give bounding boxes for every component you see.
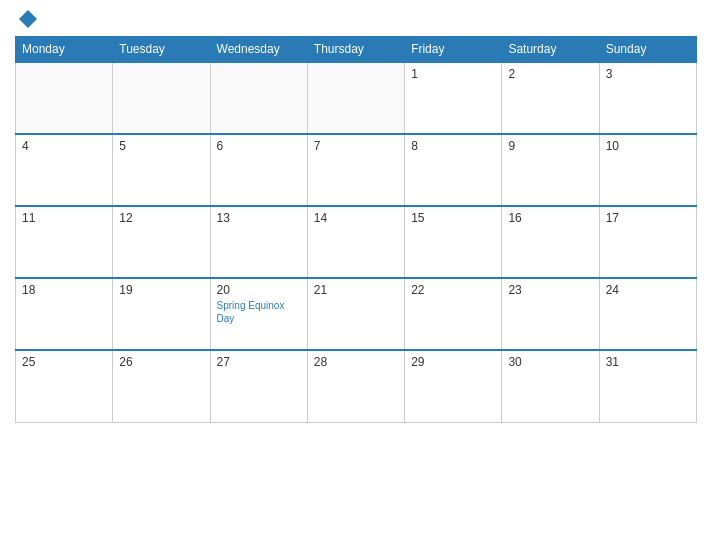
calendar-cell: 21 xyxy=(307,278,404,350)
calendar-week-row: 123 xyxy=(16,62,697,134)
calendar-week-row: 181920Spring Equinox Day21222324 xyxy=(16,278,697,350)
calendar-week-row: 25262728293031 xyxy=(16,350,697,422)
calendar-cell: 31 xyxy=(599,350,696,422)
calendar-cell: 8 xyxy=(405,134,502,206)
calendar-cell: 28 xyxy=(307,350,404,422)
header-friday: Friday xyxy=(405,37,502,63)
holiday-label: Spring Equinox Day xyxy=(217,299,301,325)
calendar-cell: 17 xyxy=(599,206,696,278)
day-number: 20 xyxy=(217,283,301,297)
header-monday: Monday xyxy=(16,37,113,63)
day-number: 14 xyxy=(314,211,398,225)
calendar-cell: 6 xyxy=(210,134,307,206)
calendar-cell: 25 xyxy=(16,350,113,422)
day-number: 30 xyxy=(508,355,592,369)
header-tuesday: Tuesday xyxy=(113,37,210,63)
day-number: 29 xyxy=(411,355,495,369)
calendar-cell: 14 xyxy=(307,206,404,278)
calendar-container: Monday Tuesday Wednesday Thursday Friday… xyxy=(0,0,712,550)
day-number: 5 xyxy=(119,139,203,153)
day-number: 31 xyxy=(606,355,690,369)
day-number: 12 xyxy=(119,211,203,225)
calendar-cell: 19 xyxy=(113,278,210,350)
day-number: 19 xyxy=(119,283,203,297)
header-saturday: Saturday xyxy=(502,37,599,63)
day-number: 8 xyxy=(411,139,495,153)
calendar-cell: 3 xyxy=(599,62,696,134)
calendar-week-row: 45678910 xyxy=(16,134,697,206)
day-number: 16 xyxy=(508,211,592,225)
day-number: 17 xyxy=(606,211,690,225)
calendar-cell: 15 xyxy=(405,206,502,278)
calendar-cell: 2 xyxy=(502,62,599,134)
day-number: 22 xyxy=(411,283,495,297)
calendar-cell: 12 xyxy=(113,206,210,278)
weekday-header-row: Monday Tuesday Wednesday Thursday Friday… xyxy=(16,37,697,63)
calendar-cell: 16 xyxy=(502,206,599,278)
calendar-cell: 4 xyxy=(16,134,113,206)
calendar-cell: 29 xyxy=(405,350,502,422)
day-number: 6 xyxy=(217,139,301,153)
day-number: 15 xyxy=(411,211,495,225)
calendar-cell: 26 xyxy=(113,350,210,422)
calendar-cell: 7 xyxy=(307,134,404,206)
header-sunday: Sunday xyxy=(599,37,696,63)
day-number: 3 xyxy=(606,67,690,81)
calendar-cell: 22 xyxy=(405,278,502,350)
calendar-cell: 5 xyxy=(113,134,210,206)
header-wednesday: Wednesday xyxy=(210,37,307,63)
calendar-cell xyxy=(210,62,307,134)
calendar-cell: 30 xyxy=(502,350,599,422)
day-number: 26 xyxy=(119,355,203,369)
day-number: 13 xyxy=(217,211,301,225)
day-number: 23 xyxy=(508,283,592,297)
header-thursday: Thursday xyxy=(307,37,404,63)
day-number: 1 xyxy=(411,67,495,81)
calendar-header xyxy=(15,10,697,28)
day-number: 10 xyxy=(606,139,690,153)
day-number: 9 xyxy=(508,139,592,153)
calendar-cell: 20Spring Equinox Day xyxy=(210,278,307,350)
day-number: 24 xyxy=(606,283,690,297)
calendar-cell: 9 xyxy=(502,134,599,206)
calendar-cell: 24 xyxy=(599,278,696,350)
calendar-cell: 1 xyxy=(405,62,502,134)
day-number: 25 xyxy=(22,355,106,369)
calendar-cell xyxy=(113,62,210,134)
day-number: 18 xyxy=(22,283,106,297)
day-number: 28 xyxy=(314,355,398,369)
day-number: 27 xyxy=(217,355,301,369)
calendar-cell: 18 xyxy=(16,278,113,350)
calendar-cell: 23 xyxy=(502,278,599,350)
calendar-cell xyxy=(16,62,113,134)
logo-icon xyxy=(19,10,37,28)
calendar-cell xyxy=(307,62,404,134)
calendar-cell: 13 xyxy=(210,206,307,278)
calendar-table: Monday Tuesday Wednesday Thursday Friday… xyxy=(15,36,697,423)
day-number: 4 xyxy=(22,139,106,153)
calendar-week-row: 11121314151617 xyxy=(16,206,697,278)
day-number: 11 xyxy=(22,211,106,225)
day-number: 2 xyxy=(508,67,592,81)
calendar-cell: 11 xyxy=(16,206,113,278)
logo xyxy=(15,10,37,28)
calendar-cell: 27 xyxy=(210,350,307,422)
day-number: 7 xyxy=(314,139,398,153)
day-number: 21 xyxy=(314,283,398,297)
calendar-cell: 10 xyxy=(599,134,696,206)
